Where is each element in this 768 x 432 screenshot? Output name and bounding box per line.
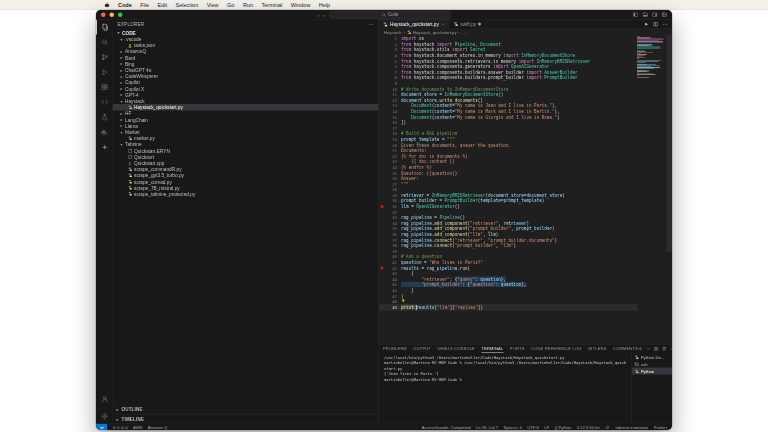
layout-panel-icon[interactable] xyxy=(643,12,649,18)
terminal-icon xyxy=(635,362,640,367)
minimap[interactable] xyxy=(637,36,666,78)
explorer-more-icon[interactable] xyxy=(369,22,374,27)
tree-item-label: market.py xyxy=(134,135,155,141)
remote-indicator[interactable]: >< xyxy=(96,424,107,430)
nav-back-icon[interactable]: ‹ xyxy=(318,12,320,17)
layout-sidebar-left-icon[interactable] xyxy=(633,12,639,18)
sidebar-section-timeline[interactable]: ▸TIMELINE xyxy=(113,414,379,424)
language-mode[interactable]: {} Python xyxy=(555,425,572,430)
file-file-icon xyxy=(128,148,133,153)
close-icon[interactable] xyxy=(441,22,445,26)
activity-testing-icon[interactable] xyxy=(96,110,112,125)
activity-account-icon[interactable] xyxy=(96,392,112,407)
notifications-bell[interactable] xyxy=(605,425,610,430)
zoom-window-button[interactable] xyxy=(118,12,123,17)
tree-item-label: Bard xyxy=(125,55,135,61)
panel-tab-debug-console[interactable]: DEBUG CONSOLE xyxy=(437,345,475,353)
problems-summary[interactable]: ⊘ 0 ⚠ 0 xyxy=(113,425,128,430)
menu-item-edit[interactable]: Edit xyxy=(158,2,167,8)
chevron-down-icon[interactable] xyxy=(646,346,651,351)
close-window-button[interactable] xyxy=(101,12,106,17)
breadcrumb-item[interactable]: … xyxy=(462,30,466,35)
activity-explorer-icon[interactable] xyxy=(96,20,112,35)
indentation[interactable]: Spaces: 4 xyxy=(504,425,522,430)
code-line[interactable]: 49print(results["llm"]["replies"]) xyxy=(379,305,637,311)
apple-menu-icon[interactable] xyxy=(104,2,110,8)
py-file-icon xyxy=(128,167,133,172)
chevron-down-icon: ▾ xyxy=(120,130,124,135)
terminal-session-python[interactable]: Python xyxy=(632,368,672,375)
chevron-up-icon[interactable] xyxy=(670,346,672,351)
prettier-status[interactable]: Prettier xyxy=(654,425,667,430)
menu-bar: CodeFileEditSelectionViewGoRunTerminalWi… xyxy=(0,0,768,10)
terminal-session-python-de-[interactable]: Python De... xyxy=(632,354,672,361)
layout-custom-icon[interactable] xyxy=(662,12,668,18)
editor-column: Haystack_quickstart.pyswift.py Haystack›… xyxy=(379,20,672,424)
activity-bar xyxy=(96,20,113,424)
more-button[interactable] xyxy=(663,21,669,27)
tab-haystack-quickstart.py[interactable]: Haystack_quickstart.py xyxy=(379,20,449,29)
panel-tab-gitlens[interactable]: GITLENS xyxy=(588,345,607,353)
sidebar-section-label: TIMELINE xyxy=(122,417,145,422)
panel-tab-output[interactable]: OUTPUT xyxy=(413,345,431,353)
chevron-right-icon: ▸ xyxy=(116,407,120,412)
tab-swift.py[interactable]: swift.py xyxy=(449,20,485,29)
panel-tab-terminal[interactable]: TERMINAL xyxy=(481,345,503,353)
editor-gutter[interactable]: 49 xyxy=(379,305,401,311)
plus-icon[interactable] xyxy=(638,346,643,351)
activity-ai-icon[interactable] xyxy=(96,140,112,155)
activity-search-icon[interactable] xyxy=(96,35,112,50)
menu-item-file[interactable]: File xyxy=(140,2,149,8)
terminal-session-zsh[interactable]: zsh xyxy=(632,361,672,368)
lightbulb-icon[interactable] xyxy=(401,299,406,304)
line-number: 49 xyxy=(385,305,401,311)
menu-item-selection[interactable]: Selection xyxy=(176,2,199,8)
tree-file-scrape-tabnine-protected.py[interactable]: scrape_tabnine_protected.py xyxy=(113,191,379,197)
code-editor[interactable]: 1import os2from haystack import Pipeline… xyxy=(379,35,672,344)
minimize-window-button[interactable] xyxy=(110,12,115,17)
activity-remote-icon[interactable] xyxy=(96,95,112,110)
command-center[interactable]: Code xyxy=(330,11,451,19)
menu-item-view[interactable]: View xyxy=(207,2,219,8)
trash-icon[interactable] xyxy=(662,346,667,351)
cursor-position[interactable]: Ln 49, Col 7 xyxy=(476,425,498,430)
sidebar-section-outline[interactable]: ▸OUTLINE xyxy=(113,405,379,415)
split-editor-button[interactable] xyxy=(653,21,659,27)
nav-forward-icon[interactable]: › xyxy=(324,12,326,17)
menu-item-code[interactable]: Code xyxy=(118,2,132,8)
terminal-output[interactable]: /usr/local/bin/python3 /Users/martinkell… xyxy=(379,353,632,424)
python-interpreter[interactable]: 3.12.3 64-bit xyxy=(577,425,600,430)
chevron-down-icon: ▾ xyxy=(120,142,124,147)
menu-item-go[interactable]: Go xyxy=(227,2,234,8)
file-tree: ▾.vscode{}tasks.json▸AmazonQ▸Bard▸Bing▸C… xyxy=(113,36,379,197)
panel-tab-comments[interactable]: COMMENTS xyxy=(613,345,638,353)
amazon-q-status[interactable]: Amazon Q xyxy=(148,425,167,430)
run-button[interactable] xyxy=(644,21,650,27)
activity-docker-icon[interactable] xyxy=(96,125,112,140)
menu-item-help[interactable]: Help xyxy=(319,2,330,8)
menu-item-run[interactable]: Run xyxy=(243,2,253,8)
activity-extensions-icon[interactable] xyxy=(96,80,112,95)
menu-item-terminal[interactable]: Terminal xyxy=(262,2,283,8)
menu-item-window[interactable]: Window xyxy=(291,2,311,8)
activity-run-debug-icon[interactable] xyxy=(96,65,112,80)
tabnine-status[interactable]: tabnine enterprise xyxy=(616,425,649,430)
breadcrumb-item[interactable]: Haystack xyxy=(384,30,401,35)
split-editor-icon[interactable] xyxy=(654,346,659,351)
aws-status[interactable]: AWS xyxy=(133,425,142,430)
encoding[interactable]: UTF-8 xyxy=(527,425,539,430)
eol[interactable]: LF xyxy=(544,425,549,430)
layout-sidebar-right-icon[interactable] xyxy=(652,12,658,18)
accessguards-status[interactable]: AccessGuards: Completed xyxy=(422,425,471,430)
tab-bar: Haystack_quickstart.pyswift.py xyxy=(379,20,672,30)
tree-item-label: Tabnine xyxy=(125,142,142,148)
tree-item-label: Quicksort xyxy=(134,154,154,160)
editor-scrollbar[interactable] xyxy=(667,35,673,344)
activity-settings-icon[interactable] xyxy=(96,409,112,424)
chevron-right-icon: ▸ xyxy=(120,111,124,116)
panel-tab-code-reference-log[interactable]: CODE REFERENCE LOG xyxy=(531,345,582,353)
breadcrumb-item[interactable]: Haystack_quickstart.py xyxy=(407,30,457,35)
panel-tab-ports[interactable]: PORTS xyxy=(510,345,525,353)
activity-source-control-icon[interactable] xyxy=(96,50,112,65)
panel-tab-problems[interactable]: PROBLEMS xyxy=(383,345,407,353)
